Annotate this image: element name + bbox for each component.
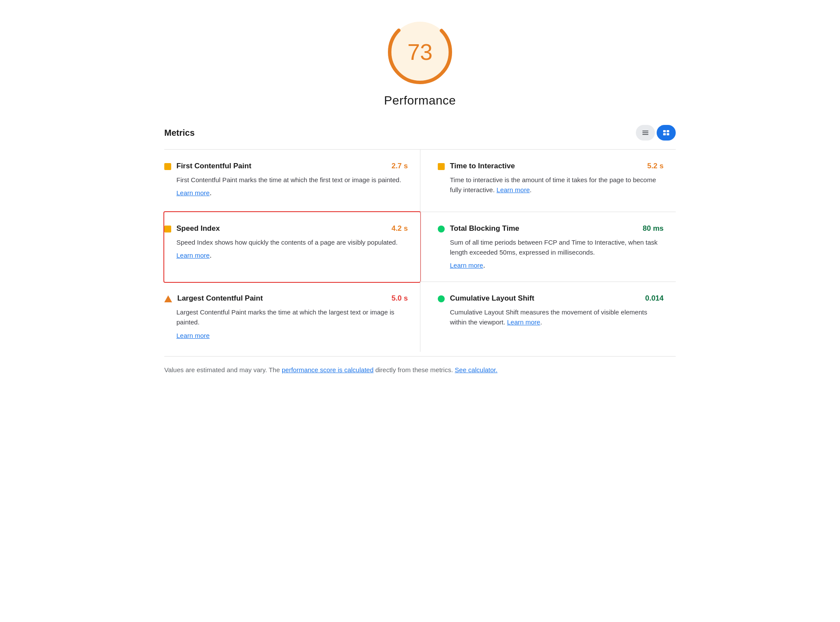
svg-rect-6: [667, 130, 669, 132]
fcp-icon: [164, 163, 171, 170]
lcp-learn-more[interactable]: Learn more: [176, 332, 210, 339]
lcp-desc: Largest Contentful Paint marks the time …: [176, 307, 408, 327]
metric-cls-header: Cumulative Layout Shift 0.014: [438, 294, 664, 303]
view-toggle: [636, 125, 676, 141]
lcp-icon: [164, 295, 172, 302]
tti-learn-more[interactable]: Learn more: [497, 186, 530, 193]
metrics-header: Metrics: [164, 125, 676, 141]
metric-fcp: First Contentful Paint 2.7 s First Conte…: [164, 150, 420, 212]
metric-fcp-title-row: First Contentful Paint: [164, 162, 251, 170]
si-value: 4.2 s: [391, 224, 408, 233]
footer-text-middle: directly from these metrics.: [374, 366, 455, 373]
si-icon: [164, 226, 171, 232]
lcp-name: Largest Contentful Paint: [177, 294, 263, 303]
metric-si-header: Speed Index 4.2 s: [164, 224, 408, 233]
footer-divider: [164, 356, 676, 357]
metric-si-title-row: Speed Index: [164, 224, 220, 233]
metric-tti-title-row: Time to Interactive: [438, 162, 515, 170]
metric-lcp-header: Largest Contentful Paint 5.0 s: [164, 294, 408, 303]
score-circle: 73: [385, 17, 455, 87]
fcp-learn-more[interactable]: Learn more: [176, 189, 210, 196]
footer-text: Values are estimated and may vary. The p…: [164, 365, 676, 375]
metric-fcp-header: First Contentful Paint 2.7 s: [164, 162, 408, 170]
cls-learn-more[interactable]: Learn more: [507, 318, 540, 326]
footer-text-before: Values are estimated and may vary. The: [164, 366, 282, 373]
tbt-name: Total Blocking Time: [450, 224, 519, 233]
tti-icon: [438, 163, 445, 170]
fcp-desc: First Contentful Paint marks the time at…: [176, 175, 408, 185]
metrics-title: Metrics: [164, 128, 195, 138]
score-label: Performance: [384, 94, 456, 108]
metric-tbt: Total Blocking Time 80 ms Sum of all tim…: [420, 212, 676, 282]
metric-tti-header: Time to Interactive 5.2 s: [438, 162, 664, 170]
fcp-value: 2.7 s: [391, 162, 408, 170]
tbt-desc: Sum of all time periods between FCP and …: [450, 237, 664, 258]
svg-rect-7: [663, 133, 666, 135]
metrics-grid: First Contentful Paint 2.7 s First Conte…: [164, 150, 676, 352]
metric-lcp-title-row: Largest Contentful Paint: [164, 294, 263, 303]
svg-rect-5: [663, 130, 666, 132]
metric-cls: Cumulative Layout Shift 0.014 Cumulative…: [420, 282, 676, 352]
tti-name: Time to Interactive: [450, 162, 515, 170]
metric-tti: Time to Interactive 5.2 s Time to intera…: [420, 150, 676, 212]
svg-rect-4: [642, 134, 648, 135]
tbt-icon: [438, 226, 445, 232]
metric-tbt-title-row: Total Blocking Time: [438, 224, 519, 233]
si-desc: Speed Index shows how quickly the conten…: [176, 237, 408, 247]
svg-rect-2: [642, 131, 648, 131]
metric-lcp: Largest Contentful Paint 5.0 s Largest C…: [164, 282, 420, 352]
cls-value: 0.014: [645, 294, 664, 303]
cls-name: Cumulative Layout Shift: [450, 294, 534, 303]
svg-rect-8: [667, 133, 669, 135]
tbt-period: .: [483, 262, 485, 269]
tti-value: 5.2 s: [647, 162, 664, 170]
metric-si: Speed Index 4.2 s Speed Index shows how …: [163, 211, 421, 283]
performance-score-link[interactable]: performance score is calculated: [282, 366, 374, 373]
detail-view-button[interactable]: [657, 125, 676, 141]
tbt-value: 80 ms: [643, 224, 664, 233]
lcp-value: 5.0 s: [391, 294, 408, 303]
cls-desc: Cumulative Layout Shift measures the mov…: [450, 307, 664, 327]
list-view-button[interactable]: [636, 125, 655, 141]
si-period: .: [210, 252, 212, 259]
metric-tbt-header: Total Blocking Time 80 ms: [438, 224, 664, 233]
svg-rect-3: [642, 132, 648, 133]
si-name: Speed Index: [176, 224, 220, 233]
cls-icon: [438, 295, 445, 302]
si-learn-more[interactable]: Learn more: [176, 252, 210, 259]
tti-desc: Time to interactive is the amount of tim…: [450, 175, 664, 195]
fcp-period: .: [210, 189, 212, 196]
see-calculator-link[interactable]: See calculator.: [455, 366, 497, 373]
metric-cls-title-row: Cumulative Layout Shift: [438, 294, 534, 303]
fcp-name: First Contentful Paint: [176, 162, 251, 170]
score-value: 73: [407, 39, 433, 65]
tbt-learn-more[interactable]: Learn more: [450, 262, 483, 269]
score-section: 73 Performance: [164, 17, 676, 108]
